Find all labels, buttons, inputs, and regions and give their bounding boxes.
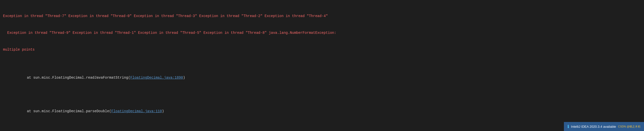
stack-trace-2-link[interactable]: FloatingDecimal.java:110 xyxy=(111,109,162,113)
stack-trace-1: at sun.misc.FloatingDecimal.readJavaForm… xyxy=(3,69,641,86)
error-line-3: multiple points xyxy=(3,47,641,52)
error-line-1: Exception in thread "Thread-7" Exception… xyxy=(3,13,641,19)
notification-text: IntelliJ IDEA 2020.3.4 available xyxy=(571,125,616,128)
stack-trace-2: at sun.misc.FloatingDecimal.parseDouble(… xyxy=(3,103,641,120)
notification-bar[interactable]: ℹ IntelliJ IDEA 2020.3.4 available CSDN … xyxy=(564,122,644,131)
stack-trace-2-suffix: ) xyxy=(162,109,164,113)
stack-trace-2-prefix: at sun.misc.FloatingDecimal.parseDouble( xyxy=(19,109,111,113)
console-output: Exception in thread "Thread-7" Exception… xyxy=(0,0,644,131)
stack-trace-1-prefix: at sun.misc.FloatingDecimal.readJavaForm… xyxy=(19,76,130,80)
info-icon: ℹ xyxy=(567,124,569,129)
stack-trace-1-link[interactable]: FloatingDecimal.java:1890 xyxy=(130,76,183,80)
stack-trace-1-suffix: ) xyxy=(183,76,185,80)
notification-brand: CSDN @晓之木初 xyxy=(618,125,640,128)
error-line-2: Exception in thread "Thread-9" Exception… xyxy=(3,30,641,36)
